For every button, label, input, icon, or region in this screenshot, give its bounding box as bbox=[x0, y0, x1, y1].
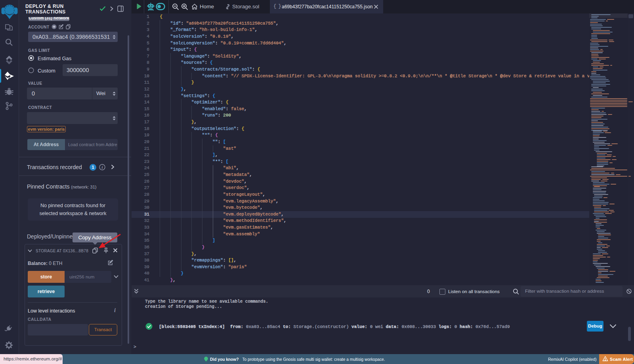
svg-text:i: i bbox=[102, 165, 103, 170]
